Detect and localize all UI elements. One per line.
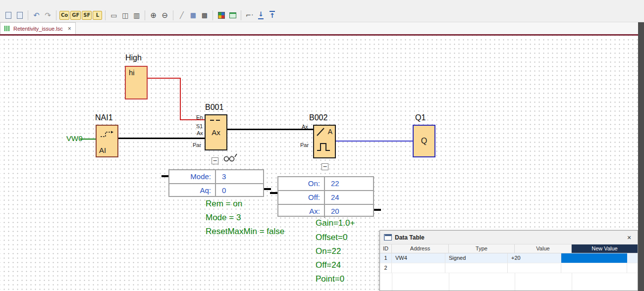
param-value[interactable]: 24 (325, 191, 373, 204)
param-label: Off: (278, 191, 325, 204)
line-draw-tool-button[interactable]: ╱ (176, 10, 187, 20)
redo-button[interactable]: ↷ (43, 10, 53, 20)
b001-pin-par: Par (193, 142, 201, 148)
param-value[interactable]: 0 (216, 184, 263, 197)
ai-block-text: AI (99, 146, 106, 154)
wire-black-ai-to-b001[interactable] (117, 138, 206, 139)
toolbar-separator (173, 10, 173, 20)
analog-input-icon (99, 129, 115, 140)
b001-pin-en: En (196, 114, 203, 120)
toolbar-separator (28, 10, 28, 20)
b002-block-label: B002 (309, 113, 327, 122)
param-connector-stub (374, 209, 381, 211)
column-header-type: Type (449, 244, 515, 253)
grid-tool-button[interactable]: ▦ (188, 10, 198, 20)
annotation-gain[interactable]: Gain=1.0+ (316, 218, 355, 228)
window-layout-single-button[interactable]: ▭ (108, 10, 119, 20)
param-label: Aq: (169, 184, 216, 197)
param-connector-stub (264, 188, 271, 190)
window-layout-split2-button[interactable]: ◫ (120, 10, 130, 20)
zoom-in-button[interactable]: ⊕ (148, 10, 159, 20)
b001-parameter-box[interactable]: Mode: 3 Aq: 0 (168, 169, 264, 197)
collapse-params-b001-button[interactable]: − (212, 157, 218, 164)
annotation-mode[interactable]: Mode = 3 (206, 213, 241, 223)
data-table-header: ID Address Type Value New Value (380, 244, 638, 253)
wire-red-h1[interactable] (147, 78, 181, 79)
nai1-block-label: NAI1 (95, 113, 113, 122)
cell-value: +20 (508, 253, 561, 263)
zoom-out-button[interactable]: ⊖ (160, 10, 170, 20)
annotation-off[interactable]: Off=24 (316, 260, 341, 270)
wire-red-vertical[interactable] (180, 78, 181, 120)
undo-button[interactable]: ↶ (31, 10, 42, 20)
toolbar-separator (241, 10, 241, 20)
snap-grid-tool-button[interactable]: ▩ (199, 10, 210, 20)
cell-type (445, 263, 508, 273)
data-table-close-icon[interactable]: × (625, 234, 634, 242)
split-window-button[interactable] (3, 10, 13, 20)
right-panel-collapsed[interactable] (638, 22, 644, 291)
data-table-window[interactable]: Data Table × ID Address Type Value New V… (379, 230, 638, 291)
annotation-point[interactable]: Point=0 (316, 274, 344, 284)
toolbar-separator (145, 10, 145, 20)
hi-block-text: hi (129, 68, 135, 77)
param-row: On: 22 (278, 177, 373, 191)
new-value-edit-cell[interactable] (561, 253, 627, 263)
b002-pin-ax: Ax (302, 124, 308, 130)
column-header-value: Value (515, 244, 572, 253)
b001-block-label: B001 (205, 103, 223, 112)
logic-l-button[interactable]: L (93, 11, 102, 20)
wire-black-b001-to-b002[interactable] (226, 129, 314, 130)
table-row[interactable]: 2 (380, 263, 638, 273)
online-test-button[interactable] (227, 10, 238, 20)
simulation-button[interactable] (216, 10, 226, 20)
upload-from-device-button[interactable]: ↑ (267, 10, 277, 20)
toolbar-button-row: ↶ ↷ Co GF SF L ▭ ◫ ▥ ⊕ ⊖ ╱ ▦ ▩ ⌐· ↓ ↑ (3, 10, 277, 20)
table-row[interactable]: 1 VW4 Signed +20 (380, 253, 638, 263)
wire-blue-b002-to-q1[interactable] (335, 141, 414, 142)
line-style-button[interactable]: ⌐· (244, 10, 255, 20)
join-window-button[interactable] (14, 10, 25, 20)
special-functions-sf-button[interactable]: SF (82, 11, 92, 20)
window-layout-split3-button[interactable]: ▥ (131, 10, 142, 20)
lsc-file-icon (4, 26, 10, 31)
step-signal-icon (317, 144, 330, 150)
param-value[interactable]: 3 (216, 170, 263, 183)
param-row: Off: 24 (278, 191, 373, 205)
constants-co-button[interactable]: Co (59, 11, 69, 20)
b001-block-text: Ax (206, 128, 226, 137)
vw0-address-label: VW0 (66, 134, 83, 143)
minmax-icon (210, 120, 214, 121)
data-table-titlebar[interactable]: Data Table × (380, 231, 638, 244)
download-arrow-icon: ↓ (258, 11, 264, 19)
collapse-params-b002-button[interactable]: − (322, 163, 328, 170)
param-row: Aq: 0 (169, 184, 263, 197)
param-value[interactable]: 22 (325, 177, 373, 190)
annotation-offset[interactable]: Offset=0 (316, 233, 347, 242)
glasses-icon (222, 151, 238, 163)
tab-close-icon[interactable]: × (68, 25, 71, 32)
hi-flag-block[interactable]: hi (125, 66, 148, 99)
param-label: On: (278, 177, 325, 190)
annotation-resetmaxmin[interactable]: ResetMaxMin = false (206, 227, 284, 237)
join-pages-icon (17, 12, 23, 19)
network-analog-input-block[interactable]: AI (96, 125, 118, 157)
cell-type: Signed (445, 253, 508, 263)
param-value[interactable]: 20 (325, 205, 373, 218)
b001-function-block[interactable]: Ax (205, 114, 227, 150)
q1-block-label: Q1 (415, 113, 426, 122)
tab-retentivity-issue[interactable]: Retentivity_issue.lsc × (0, 22, 76, 34)
basic-functions-gf-button[interactable]: GF (70, 11, 81, 20)
online-test-icon (229, 12, 236, 18)
param-row: Ax: 20 (278, 205, 373, 218)
data-table-title: Data Table (395, 234, 425, 241)
annotation-on[interactable]: On=22 (316, 246, 341, 256)
b002-parameter-box[interactable]: On: 22 Off: 24 Ax: 20 (277, 176, 374, 217)
analog-threshold-trigger-block[interactable]: A (313, 125, 336, 158)
b002-pin-par: Par (300, 142, 309, 148)
param-connector-stub (161, 175, 169, 177)
output-block[interactable]: Q (413, 125, 435, 157)
annotation-rem[interactable]: Rem = on (206, 199, 242, 209)
column-header-id: ID (380, 244, 392, 253)
download-to-device-button[interactable]: ↓ (256, 10, 266, 20)
